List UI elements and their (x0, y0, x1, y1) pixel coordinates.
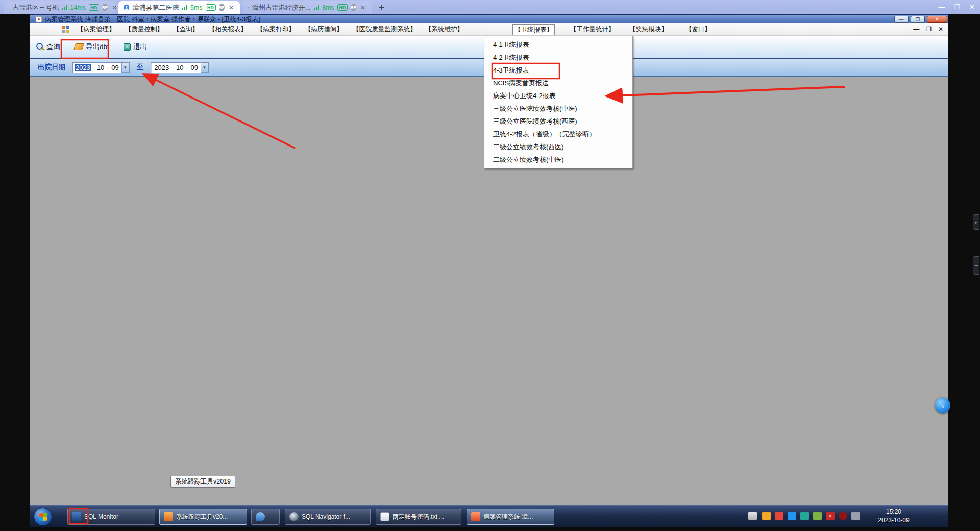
year-value-selected[interactable]: 2023 (75, 64, 91, 71)
date-to-picker[interactable]: 2023 - 10 - 09 ▼ (151, 62, 209, 73)
close-tab-icon[interactable]: ✕ (228, 4, 235, 11)
tray-expand-chevrons-icon[interactable]: » (826, 512, 835, 520)
hd-badge[interactable]: HD (89, 4, 99, 11)
day-value[interactable]: - 09 (106, 64, 120, 71)
printer-tray-icon[interactable] (748, 512, 757, 520)
hd-badge[interactable]: HD (206, 4, 216, 11)
menu-item-4-2-provincial[interactable]: 卫统4-2报表（省级）（完整诊断） (484, 128, 632, 140)
menu-item-tier2-tcm[interactable]: 二级公立绩效考核(中医) (484, 153, 632, 166)
close-tab-icon[interactable]: ✕ (359, 4, 366, 11)
tray-icon-teal[interactable] (800, 512, 809, 520)
close-window-icon[interactable]: ✕ (969, 3, 975, 11)
calendar-dropdown-icon[interactable]: ▼ (121, 63, 129, 73)
rp-badge[interactable]: RP (219, 4, 225, 11)
signal-bars-icon (62, 5, 67, 10)
sql-monitor-icon (72, 512, 81, 521)
to-label: 至 (137, 63, 144, 72)
mdi-close-icon[interactable]: ✕ (938, 26, 943, 33)
close-tab-icon[interactable]: ✕ (111, 4, 118, 11)
tab-title: 漳州古雷港经济开... (252, 3, 311, 12)
menu-health-statistics-reports[interactable]: 【卫统报表】 (512, 24, 555, 35)
tab-title: 古雷港区三号机 (12, 3, 59, 12)
mdi-child-icon (62, 26, 69, 33)
app-window-controls: — ❐ ✕ (894, 16, 947, 23)
taskbar-button-sql-navigator[interactable]: SQL Navigator f... (285, 509, 371, 525)
menu-record-borrow[interactable]: 【病历借阅】 (303, 25, 345, 34)
menu-record-print[interactable]: 【病案打印】 (255, 25, 297, 34)
menu-quality-control[interactable]: 【质量控制】 (124, 25, 165, 34)
menu-quality-monitor-system[interactable]: 【医院质量监测系统】 (351, 25, 418, 34)
tray-icon-red[interactable] (775, 512, 783, 520)
side-panel-handle[interactable]: ▸ (973, 214, 979, 230)
year-value[interactable]: 2023 (153, 64, 170, 71)
minimize-window-icon[interactable]: — (938, 3, 945, 11)
latency-value: 8ms (322, 4, 334, 11)
app-restore-button[interactable]: ❐ (911, 16, 925, 23)
tray-icon-orange[interactable] (762, 512, 771, 520)
month-value[interactable]: - 10 (170, 64, 185, 71)
mdi-restore-icon[interactable]: ❐ (926, 26, 932, 33)
remote-toolbar-toggle-ball[interactable]: ‹ (935, 398, 950, 413)
menu-item-4-2-report[interactable]: 4-2卫统报表 (484, 51, 632, 64)
volume-icon[interactable] (851, 512, 860, 520)
start-button[interactable] (34, 508, 52, 526)
app-minimize-button[interactable]: — (894, 16, 909, 23)
taskbar-button-medical-records-system[interactable]: 病案管理系统 漳... (467, 509, 554, 525)
menu-system-maintenance[interactable]: 【系统维护】 (424, 25, 465, 34)
menu-item-tier2-western[interactable]: 二级公立绩效考核(西医) (484, 140, 632, 153)
signal-bars-icon (314, 5, 320, 10)
clock-time: 15:20 (871, 508, 917, 516)
taskbar-button-notepad-file[interactable]: 两定账号密码.txt ... (376, 509, 461, 525)
menu-item-4-1-report[interactable]: 4-1卫统报表 (484, 38, 632, 51)
menu-item-record-center-4-2[interactable]: 病案中心卫统4-2报表 (484, 89, 632, 102)
hd-badge[interactable]: HD (337, 4, 348, 11)
maximize-window-icon[interactable]: ☐ (954, 3, 960, 11)
medical-records-app-icon (471, 512, 480, 521)
remote-tab-bar: 古雷港区三号机 14ms HD RP ✕ 漳浦县第二医院 5ms HD RP ✕… (0, 0, 980, 14)
exit-button-label: 退出 (133, 42, 147, 52)
tray-icon-darkred[interactable] (839, 512, 847, 520)
menu-window[interactable]: 【窗口】 (684, 25, 713, 34)
windows-logo-icon (39, 513, 47, 521)
date-from-picker[interactable]: 2023 - 10 - 09 ▼ (72, 62, 130, 73)
taskbar-button-tracking-tool[interactable]: 系统跟踪工具v20... (159, 509, 247, 525)
taskbar-button-label: 病案管理系统 漳... (483, 513, 533, 521)
taskbar-button-label: SQL Monitor (84, 513, 118, 520)
query-button[interactable]: 查询 (34, 41, 63, 53)
remote-tab-1[interactable]: 古雷港区三号机 14ms HD RP ✕ (4, 1, 115, 14)
sql-navigator-icon (289, 512, 299, 521)
menu-item-tier3-western[interactable]: 三级公立医院绩效考核(西医) (484, 115, 632, 128)
month-value[interactable]: - 10 (91, 64, 106, 71)
taskbar-button-sql-monitor[interactable]: SQL Monitor (67, 509, 155, 525)
health-statistics-dropdown-menu: 4-1卫统报表 4-2卫统报表 4-3卫统报表 NCIS病案首页报送 病案中心卫… (484, 36, 633, 168)
tab-title: 漳浦县第二医院 (132, 3, 179, 12)
rp-badge[interactable]: RP (351, 4, 356, 11)
query-button-label: 查询 (46, 42, 60, 52)
tray-icon-green[interactable] (813, 512, 822, 520)
discharge-date-label: 出院日期 (38, 63, 65, 72)
taskbar-clock[interactable]: 15:20 2023-10-09 (871, 508, 917, 525)
remote-tab-3[interactable]: 漳州古雷港经济开... 8ms HD RP ✕ (243, 1, 372, 14)
taskbar-tooltip: 系统跟踪工具v2019 (170, 476, 235, 488)
menu-reward-punishment[interactable]: 【奖惩模块】 (628, 25, 669, 34)
menu-item-tier3-tcm[interactable]: 三级公立医院绩效考核(中医) (484, 102, 632, 115)
menu-workload-statistics[interactable]: 【工作量统计】 (569, 25, 617, 34)
menu-related-reports[interactable]: 【相关报表】 (207, 25, 249, 34)
side-panel-handle[interactable]: ☰ (973, 256, 979, 275)
menu-medical-records[interactable]: 【病案管理】 (76, 25, 117, 34)
app-close-button[interactable]: ✕ (927, 16, 947, 23)
menu-query[interactable]: 【查询】 (172, 25, 200, 34)
calendar-dropdown-icon[interactable]: ▼ (201, 63, 208, 73)
taskbar-button-pinned-app[interactable] (251, 509, 280, 525)
mdi-minimize-icon[interactable]: — (913, 26, 919, 33)
exit-button[interactable]: ✕ 退出 (121, 41, 150, 53)
remote-tab-2-active[interactable]: 漳浦县第二医院 5ms HD RP ✕ (118, 1, 240, 14)
rp-badge[interactable]: RP (102, 4, 108, 11)
menu-item-ncis-submit[interactable]: NCIS病案首页报送 (484, 77, 632, 89)
exit-icon: ✕ (124, 43, 131, 51)
day-value[interactable]: - 09 (185, 64, 200, 71)
export-dbf-button[interactable]: 导出dbf (72, 41, 112, 53)
menu-item-4-3-report[interactable]: 4-3卫统报表 (484, 64, 632, 77)
tray-icon-blue[interactable] (788, 512, 796, 520)
new-tab-button[interactable]: + (379, 2, 384, 13)
